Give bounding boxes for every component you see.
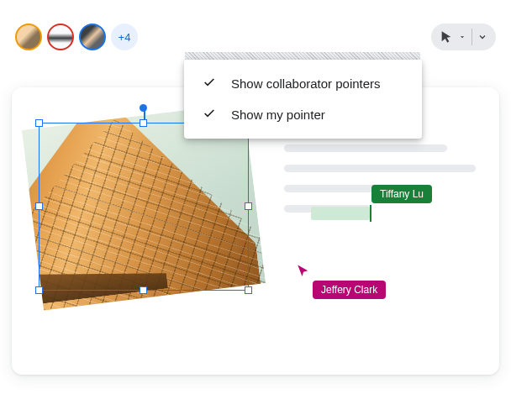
- collaborator-name-label: Tiffany Lu: [371, 185, 432, 203]
- menu-item-my-pointer[interactable]: Show my pointer: [184, 99, 422, 130]
- pointer-dropdown-button[interactable]: [431, 24, 496, 50]
- avatar-overflow[interactable]: +4: [111, 24, 138, 50]
- resize-handle-s[interactable]: [140, 286, 147, 294]
- avatar-1[interactable]: [15, 24, 42, 50]
- cursor-icon: [440, 30, 453, 44]
- menu-item-label: Show collaborator pointers: [231, 76, 381, 91]
- text-line: [284, 165, 476, 172]
- chevron-down-icon: [477, 32, 487, 42]
- avatar-3[interactable]: [79, 24, 106, 50]
- text-selection-highlight: [311, 207, 370, 220]
- check-icon: [203, 107, 216, 123]
- divider: [471, 29, 472, 45]
- text-caret: [370, 205, 371, 222]
- resize-handle-w[interactable]: [35, 202, 43, 210]
- pointer-dropdown-menu: Show collaborator pointers Show my point…: [184, 60, 422, 139]
- check-icon: [203, 76, 216, 92]
- rotate-handle[interactable]: [140, 104, 147, 112]
- resize-handle-se[interactable]: [245, 286, 252, 294]
- menu-item-label: Show my pointer: [231, 108, 325, 122]
- image-selection-box[interactable]: [39, 123, 249, 291]
- avatar-2[interactable]: [47, 24, 74, 50]
- resize-handle-n[interactable]: [140, 119, 147, 127]
- resize-handle-nw[interactable]: [35, 119, 43, 127]
- menu-item-collab-pointers[interactable]: Show collaborator pointers: [184, 68, 422, 99]
- menu-shadow-decoration: [185, 52, 420, 60]
- caret-down-icon: [458, 33, 466, 41]
- resize-handle-sw[interactable]: [35, 286, 43, 294]
- collaborator-name-label: Jeffery Clark: [313, 281, 386, 299]
- resize-handle-e[interactable]: [245, 202, 252, 210]
- collaborator-avatars: +4: [15, 24, 138, 50]
- text-line: [284, 144, 447, 152]
